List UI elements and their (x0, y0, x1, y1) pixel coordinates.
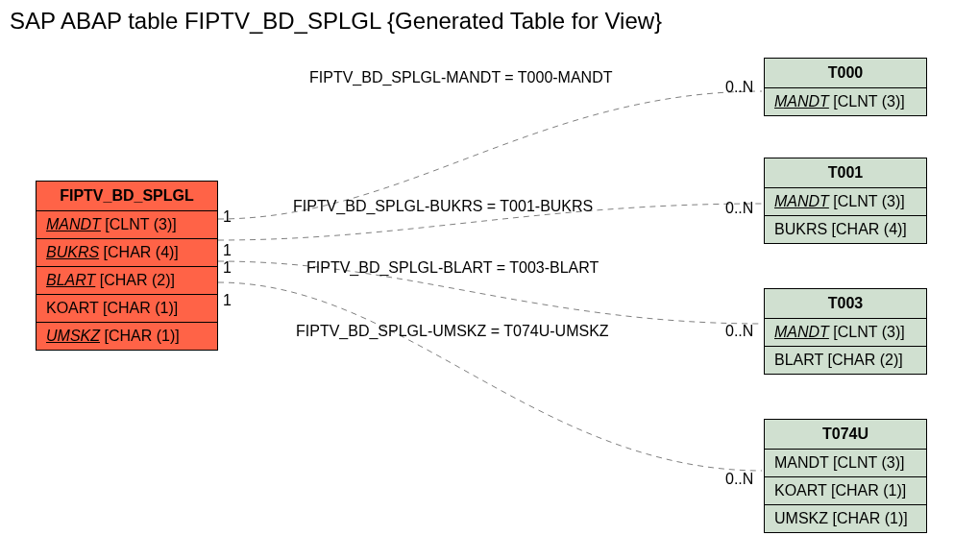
cardinality-left: 1 (223, 242, 232, 259)
entity-header: T000 (765, 59, 926, 88)
entity-field: MANDT [CLNT (3)] (765, 88, 926, 115)
entity-field: BUKRS [CHAR (4)] (37, 239, 217, 267)
entity-field: KOART [CHAR (1)] (37, 295, 217, 323)
relation-label: FIPTV_BD_SPLGL-BLART = T003-BLART (306, 259, 599, 277)
entity-fiptv-bd-splgl: FIPTV_BD_SPLGL MANDT [CLNT (3)] BUKRS [C… (36, 181, 218, 351)
entity-header: T003 (765, 289, 926, 319)
entity-field: KOART [CHAR (1)] (765, 477, 926, 505)
cardinality-right: 0..N (725, 323, 753, 340)
entity-field: MANDT [CLNT (3)] (765, 319, 926, 347)
entity-field: BLART [CHAR (2)] (765, 347, 926, 374)
entity-field: MANDT [CLNT (3)] (37, 211, 217, 239)
entity-field: BLART [CHAR (2)] (37, 267, 217, 295)
relation-label: FIPTV_BD_SPLGL-MANDT = T000-MANDT (309, 69, 613, 86)
entity-t000: T000 MANDT [CLNT (3)] (764, 58, 927, 116)
cardinality-left: 1 (223, 292, 232, 309)
cardinality-right: 0..N (725, 79, 753, 96)
cardinality-left: 1 (223, 259, 232, 277)
entity-header: T074U (765, 420, 926, 450)
entity-field: UMSKZ [CHAR (1)] (37, 323, 217, 350)
entity-field: UMSKZ [CHAR (1)] (765, 505, 926, 532)
relation-label: FIPTV_BD_SPLGL-UMSKZ = T074U-UMSKZ (296, 323, 609, 340)
cardinality-right: 0..N (725, 471, 753, 488)
entity-t001: T001 MANDT [CLNT (3)] BUKRS [CHAR (4)] (764, 158, 927, 244)
cardinality-right: 0..N (725, 200, 753, 217)
page-title: SAP ABAP table FIPTV_BD_SPLGL {Generated… (10, 8, 662, 35)
relation-label: FIPTV_BD_SPLGL-BUKRS = T001-BUKRS (293, 198, 593, 215)
entity-field: MANDT [CLNT (3)] (765, 450, 926, 477)
entity-field: MANDT [CLNT (3)] (765, 188, 926, 216)
cardinality-left: 1 (223, 208, 232, 226)
entity-header: FIPTV_BD_SPLGL (37, 182, 217, 211)
entity-t074u: T074U MANDT [CLNT (3)] KOART [CHAR (1)] … (764, 419, 927, 533)
entity-t003: T003 MANDT [CLNT (3)] BLART [CHAR (2)] (764, 288, 927, 375)
entity-header: T001 (765, 158, 926, 188)
entity-field: BUKRS [CHAR (4)] (765, 216, 926, 243)
